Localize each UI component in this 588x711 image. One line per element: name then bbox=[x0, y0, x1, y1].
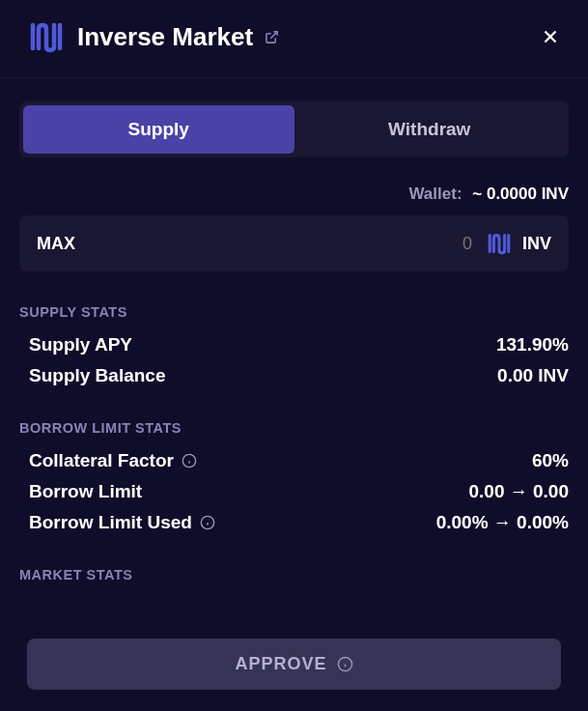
collateral-factor-label: Collateral Factor bbox=[29, 450, 197, 471]
borrow-limit-used-value: 0.00% → 0.00% bbox=[436, 512, 569, 533]
scroll-area[interactable]: Supply Withdraw Wallet: ~ 0.0000 INV MAX… bbox=[0, 78, 588, 619]
tab-withdraw[interactable]: Withdraw bbox=[294, 105, 566, 154]
approve-button[interactable]: APPROVE bbox=[27, 639, 561, 690]
borrow-limit-label: Borrow Limit bbox=[29, 481, 142, 502]
info-icon[interactable] bbox=[200, 515, 215, 530]
footer: APPROVE bbox=[0, 623, 588, 711]
collateral-factor-label-text: Collateral Factor bbox=[29, 450, 174, 471]
tab-supply[interactable]: Supply bbox=[23, 105, 294, 154]
collateral-factor-row: Collateral Factor 60% bbox=[19, 445, 569, 476]
max-button[interactable]: MAX bbox=[37, 234, 75, 254]
tab-group: Supply Withdraw bbox=[19, 101, 569, 157]
wallet-value: ~ 0.0000 INV bbox=[472, 185, 569, 203]
approve-button-label: APPROVE bbox=[235, 654, 326, 674]
supply-apy-value: 131.90% bbox=[496, 334, 569, 356]
supply-apy-label: Supply APY bbox=[29, 334, 132, 356]
supply-apy-row: Supply APY 131.90% bbox=[19, 329, 569, 360]
borrow-limit-used-label-text: Borrow Limit Used bbox=[29, 512, 192, 533]
wallet-balance-row: Wallet: ~ 0.0000 INV bbox=[19, 185, 569, 204]
borrow-limit-value: 0.00 → 0.00 bbox=[468, 481, 569, 502]
info-icon[interactable] bbox=[182, 453, 197, 469]
supply-balance-row: Supply Balance 0.00 INV bbox=[19, 360, 569, 391]
amount-input-row: MAX INV bbox=[19, 215, 569, 271]
collateral-factor-value: 60% bbox=[532, 450, 569, 471]
header-left: Inverse Market bbox=[27, 19, 279, 54]
supply-stats-title: SUPPLY STATS bbox=[19, 304, 569, 320]
borrow-limit-used-row: Borrow Limit Used 0.00% → 0.00% bbox=[19, 507, 569, 538]
supply-balance-label: Supply Balance bbox=[29, 365, 166, 386]
market-stats-title: MARKET STATS bbox=[19, 567, 569, 583]
inv-token-icon bbox=[486, 231, 513, 256]
token-symbol: INV bbox=[522, 234, 551, 254]
external-link-icon[interactable] bbox=[265, 30, 279, 44]
page-title: Inverse Market bbox=[77, 22, 253, 52]
info-icon bbox=[337, 656, 353, 672]
borrow-limit-row: Borrow Limit 0.00 → 0.00 bbox=[19, 476, 569, 507]
close-icon[interactable] bbox=[540, 26, 561, 47]
amount-input[interactable] bbox=[75, 234, 486, 254]
borrow-limit-used-label: Borrow Limit Used bbox=[29, 512, 215, 533]
borrow-stats-title: BORROW LIMIT STATS bbox=[19, 420, 569, 436]
supply-balance-value: 0.00 INV bbox=[497, 365, 569, 386]
modal-header: Inverse Market bbox=[0, 0, 588, 78]
svg-line-0 bbox=[270, 31, 277, 38]
wallet-label: Wallet: bbox=[408, 185, 462, 203]
inverse-logo-icon bbox=[27, 19, 66, 54]
